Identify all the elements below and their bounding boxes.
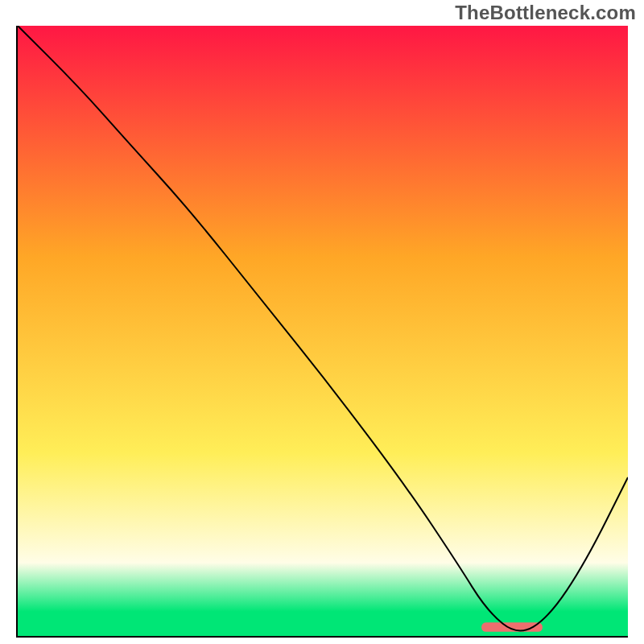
chart-canvas: TheBottleneck.com <box>0 0 644 644</box>
gradient-background <box>18 26 628 636</box>
chart-svg <box>18 26 628 636</box>
plot-area <box>16 26 628 638</box>
watermark-text: TheBottleneck.com <box>455 2 636 24</box>
